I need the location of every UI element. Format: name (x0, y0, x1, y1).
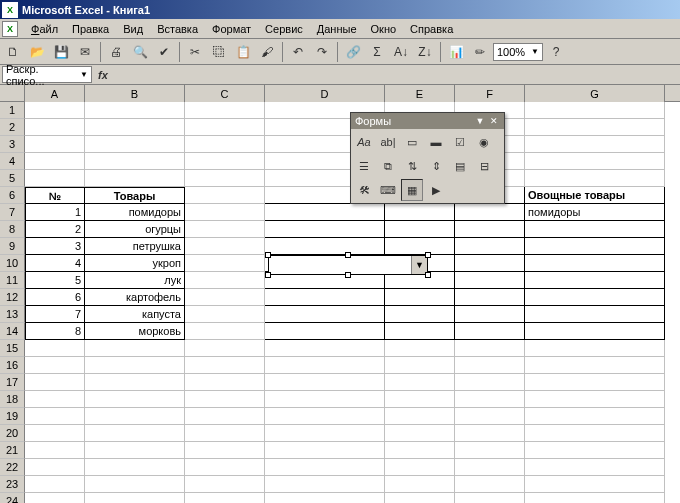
cell-A9[interactable]: 3 (25, 238, 85, 255)
open-icon[interactable]: 📂 (26, 41, 48, 63)
cell-A6[interactable]: № (25, 187, 85, 204)
row-header[interactable]: 9 (0, 238, 25, 255)
undo-icon[interactable]: ↶ (287, 41, 309, 63)
row-header[interactable]: 3 (0, 136, 25, 153)
cell-B7[interactable]: помидоры (85, 204, 185, 221)
textbox-icon[interactable]: ab| (377, 131, 399, 153)
new-icon[interactable]: 🗋 (2, 41, 24, 63)
cell-B11[interactable]: лук (85, 272, 185, 289)
spellcheck-icon[interactable]: ✔ (153, 41, 175, 63)
hyperlink-icon[interactable]: 🔗 (342, 41, 364, 63)
cell-B10[interactable]: укроп (85, 255, 185, 272)
cell-G7[interactable]: помидоры (525, 204, 665, 221)
resize-handle[interactable] (425, 252, 431, 258)
cell-A10[interactable]: 4 (25, 255, 85, 272)
row-header[interactable]: 10 (0, 255, 25, 272)
row-header[interactable]: 22 (0, 459, 25, 476)
col-header-G[interactable]: G (525, 85, 665, 102)
cell-A8[interactable]: 2 (25, 221, 85, 238)
cell-A13[interactable]: 7 (25, 306, 85, 323)
row-header[interactable]: 7 (0, 204, 25, 221)
row-header[interactable]: 16 (0, 357, 25, 374)
combobox-icon[interactable]: ⧉ (377, 155, 399, 177)
grid-icon[interactable]: ▦ (401, 179, 423, 201)
row-header[interactable]: 13 (0, 306, 25, 323)
copy-icon[interactable]: ⿻ (208, 41, 230, 63)
button-icon[interactable]: ▬ (425, 131, 447, 153)
cell-A11[interactable]: 5 (25, 272, 85, 289)
fx-icon[interactable]: fx (94, 69, 112, 81)
sheet-combobox-control[interactable]: ▼ (268, 255, 428, 275)
chart-icon[interactable]: 📊 (445, 41, 467, 63)
name-box[interactable]: Раскр. списо... ▼ (2, 66, 92, 83)
row-header[interactable]: 8 (0, 221, 25, 238)
row-header[interactable]: 18 (0, 391, 25, 408)
menu-edit[interactable]: Правка (65, 21, 116, 37)
format-painter-icon[interactable]: 🖌 (256, 41, 278, 63)
resize-handle[interactable] (265, 272, 271, 278)
cell-B9[interactable]: петрушка (85, 238, 185, 255)
code-icon[interactable]: ⌨ (377, 179, 399, 201)
drawing-icon[interactable]: ✏ (469, 41, 491, 63)
menu-file[interactable]: Файл (24, 21, 65, 37)
forms-toolbar-window[interactable]: Формы ▼ ✕ Aa ab| ▭ ▬ ☑ ◉ ☰ ⧉ ⇅ ⇕ ▤ ⊟ 🛠 ⌨… (350, 112, 505, 204)
row-header[interactable]: 11 (0, 272, 25, 289)
row-header[interactable]: 1 (0, 102, 25, 119)
mail-icon[interactable]: ✉ (74, 41, 96, 63)
cell-B8[interactable]: огурцы (85, 221, 185, 238)
menu-view[interactable]: Вид (116, 21, 150, 37)
cell-G6[interactable]: Овощные товары (525, 187, 665, 204)
row-header[interactable]: 24 (0, 493, 25, 503)
listbox-icon[interactable]: ☰ (353, 155, 375, 177)
col-header-C[interactable]: C (185, 85, 265, 102)
autosum-icon[interactable]: Σ (366, 41, 388, 63)
col-header-E[interactable]: E (385, 85, 455, 102)
close-icon[interactable]: ✕ (488, 115, 500, 127)
menu-tools[interactable]: Сервис (258, 21, 310, 37)
select-all-corner[interactable] (0, 85, 25, 102)
row-header[interactable]: 21 (0, 442, 25, 459)
row-header[interactable]: 5 (0, 170, 25, 187)
menu-insert[interactable]: Вставка (150, 21, 205, 37)
forms-toolbar-titlebar[interactable]: Формы ▼ ✕ (351, 113, 504, 129)
menu-window[interactable]: Окно (364, 21, 404, 37)
control-properties-icon[interactable]: 🛠 (353, 179, 375, 201)
col-header-B[interactable]: B (85, 85, 185, 102)
cell-B12[interactable]: картофель (85, 289, 185, 306)
sort-asc-icon[interactable]: A↓ (390, 41, 412, 63)
cut-icon[interactable]: ✂ (184, 41, 206, 63)
run-icon[interactable]: ▶ (425, 179, 447, 201)
row-header[interactable]: 19 (0, 408, 25, 425)
col-header-F[interactable]: F (455, 85, 525, 102)
row-header[interactable]: 12 (0, 289, 25, 306)
resize-handle[interactable] (345, 272, 351, 278)
groupbox-icon[interactable]: ▭ (401, 131, 423, 153)
cell-B6[interactable]: Товары (85, 187, 185, 204)
cell-A12[interactable]: 6 (25, 289, 85, 306)
resize-handle[interactable] (265, 252, 271, 258)
resize-handle[interactable] (425, 272, 431, 278)
cell-A7[interactable]: 1 (25, 204, 85, 221)
save-icon[interactable]: 💾 (50, 41, 72, 63)
resize-handle[interactable] (345, 252, 351, 258)
row-header[interactable]: 15 (0, 340, 25, 357)
spinner-icon[interactable]: ⇕ (425, 155, 447, 177)
col-header-D[interactable]: D (265, 85, 385, 102)
cell-B13[interactable]: капуста (85, 306, 185, 323)
edit-icon[interactable]: ▤ (449, 155, 471, 177)
menu-data[interactable]: Данные (310, 21, 364, 37)
row-header[interactable]: 14 (0, 323, 25, 340)
row-header[interactable]: 23 (0, 476, 25, 493)
cell-A14[interactable]: 8 (25, 323, 85, 340)
cell-B14[interactable]: морковь (85, 323, 185, 340)
radio-icon[interactable]: ◉ (473, 131, 495, 153)
redo-icon[interactable]: ↷ (311, 41, 333, 63)
col-header-A[interactable]: A (25, 85, 85, 102)
checkbox-icon[interactable]: ☑ (449, 131, 471, 153)
sort-desc-icon[interactable]: Z↓ (414, 41, 436, 63)
row-header[interactable]: 2 (0, 119, 25, 136)
row-header[interactable]: 6 (0, 187, 25, 204)
menu-help[interactable]: Справка (403, 21, 460, 37)
print-icon[interactable]: 🖨 (105, 41, 127, 63)
toolbar-options-icon[interactable]: ▼ (474, 115, 486, 127)
